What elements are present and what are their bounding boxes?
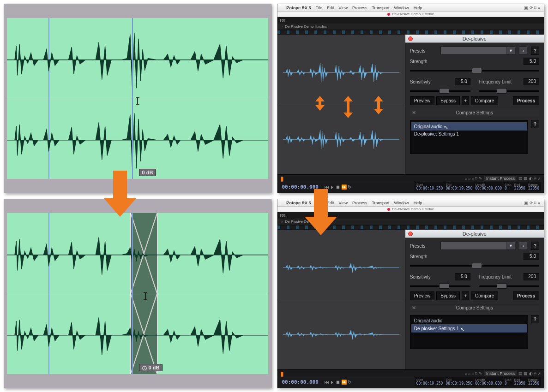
strength-value[interactable]: 5.0 bbox=[524, 253, 539, 260]
presets-dropdown[interactable]: ▼ bbox=[440, 47, 515, 55]
compare-list[interactable]: Original audio De-plosive: Settings 1 ↖ bbox=[410, 315, 528, 349]
compare-help-button[interactable]: ? bbox=[531, 315, 539, 323]
gain-value: 0 dB bbox=[142, 170, 153, 175]
freq-limit-label: Frequency Limit bbox=[479, 79, 512, 84]
compare-list[interactable]: Original audio ↖ De-plosive: Settings 1 bbox=[410, 120, 528, 154]
transport-buttons[interactable]: ⏮⏵⏹⏩↻ bbox=[324, 184, 352, 190]
mac-menubar[interactable]: iZotope RX 5 File Edit View Process Tran… bbox=[277, 199, 544, 207]
window-close-icon[interactable] bbox=[408, 232, 413, 236]
mouse-cursor-icon: ↖ bbox=[460, 326, 465, 333]
mac-menubar[interactable]: iZotope RX 5 File Edit View Process Tran… bbox=[277, 4, 544, 12]
plosive-marker-icon bbox=[315, 96, 325, 111]
chevron-down-icon[interactable]: ▼ bbox=[506, 47, 515, 54]
mac-app-name[interactable]: iZotope RX 5 bbox=[286, 201, 311, 205]
sensitivity-slider[interactable] bbox=[410, 283, 470, 289]
text-cursor-icon bbox=[135, 97, 140, 105]
freq-limit-slider[interactable] bbox=[479, 88, 539, 94]
menu-edit[interactable]: Edit bbox=[327, 201, 334, 205]
process-button[interactable]: Process bbox=[513, 96, 539, 105]
instant-process-button[interactable]: Instant Process bbox=[484, 176, 517, 181]
daw-before-clip[interactable]: 0 dB bbox=[7, 18, 268, 179]
presets-dropdown[interactable]: ▼ bbox=[440, 242, 515, 250]
chevron-down-icon[interactable]: ▼ bbox=[506, 242, 515, 249]
menu-transport[interactable]: Transport bbox=[372, 6, 389, 10]
rx-waveform-view[interactable] bbox=[277, 35, 405, 174]
menu-view[interactable]: View bbox=[339, 201, 348, 205]
add-setting-button[interactable]: + bbox=[462, 96, 469, 105]
process-button[interactable]: Process bbox=[513, 291, 539, 300]
gain-badge[interactable]: 0 dB bbox=[139, 169, 157, 176]
freq-limit-slider[interactable] bbox=[479, 283, 539, 289]
bypass-button[interactable]: Bypass bbox=[436, 291, 460, 300]
freq-limit-value[interactable]: 200 bbox=[524, 78, 539, 85]
menu-help[interactable]: Help bbox=[414, 6, 422, 10]
mac-status-icons: ▣ ⟳ ⌑ ≡ bbox=[524, 6, 540, 10]
menu-view[interactable]: View bbox=[339, 6, 348, 10]
compare-close-icon[interactable]: ✕ bbox=[412, 305, 416, 311]
strength-slider[interactable] bbox=[410, 68, 539, 73]
marker-icon[interactable]: ▮ bbox=[280, 370, 284, 377]
help-button[interactable]: ? bbox=[531, 242, 539, 250]
daw-after-panel: ⨀ 0 dB bbox=[4, 199, 271, 388]
compare-close-icon[interactable]: ✕ bbox=[412, 110, 416, 116]
sensitivity-value[interactable]: 5.0 bbox=[455, 273, 470, 280]
menu-help[interactable]: Help bbox=[414, 201, 422, 205]
daw-after-clip[interactable]: ⨀ 0 dB bbox=[7, 213, 268, 374]
rx-tool-row[interactable]: ▮ ⌕ ⌕ ▭ ⌑ ✎ Instant Process ▤ ▦ ◐ ⎘ ⤢ bbox=[277, 370, 544, 377]
compare-button[interactable]: Compare bbox=[471, 96, 498, 105]
rx-time-ruler[interactable] bbox=[277, 30, 544, 35]
preview-button[interactable]: Preview bbox=[410, 291, 435, 300]
zoom-tools-icon[interactable]: ⌕ ⌕ ▭ ⌑ ✎ bbox=[465, 371, 482, 376]
waveform-ch1 bbox=[7, 220, 268, 291]
rx-file-tab[interactable]: × De-Plosive Demo II.rxdoc bbox=[277, 219, 544, 225]
menu-file[interactable]: File bbox=[316, 201, 323, 205]
compare-item-settings1[interactable]: De-plosive: Settings 1 ↖ bbox=[411, 324, 527, 333]
module-titlebar[interactable]: De-plosive bbox=[405, 35, 544, 43]
strength-slider[interactable] bbox=[410, 263, 539, 268]
freq-limit-value[interactable]: 200 bbox=[524, 273, 539, 280]
tab-close-icon[interactable]: × bbox=[281, 220, 283, 224]
preset-prev-button[interactable]: ⋆ bbox=[519, 242, 527, 250]
compare-item-original[interactable]: Original audio ↖ bbox=[411, 122, 527, 131]
strength-value[interactable]: 5.0 bbox=[524, 58, 539, 65]
view-tools-icon[interactable]: ▤ ▦ ◐ ⎘ ⤢ bbox=[518, 176, 541, 181]
bypass-button[interactable]: Bypass bbox=[436, 96, 460, 105]
menu-window[interactable]: Window bbox=[394, 201, 409, 205]
rx-transport[interactable]: 00:00:00.000 ⏮⏵⏹⏩↻ Start00:00:19.250 End… bbox=[277, 182, 544, 191]
rx-file-tab[interactable]: × De-Plosive Demo II.rxdoc bbox=[277, 24, 544, 30]
preview-button[interactable]: Preview bbox=[410, 96, 435, 105]
gain-badge[interactable]: ⨀ 0 dB bbox=[139, 364, 163, 371]
rx-time-ruler[interactable] bbox=[277, 225, 544, 230]
compare-item-settings1[interactable]: De-plosive: Settings 1 bbox=[411, 131, 527, 137]
module-titlebar[interactable]: De-plosive bbox=[405, 230, 544, 238]
rx-transport[interactable]: 00:00:00.000 ⏮⏵⏹⏩↻ Start00:00:19.250 End… bbox=[277, 377, 544, 386]
preset-prev-button[interactable]: ⋆ bbox=[519, 47, 527, 55]
menu-process[interactable]: Process bbox=[352, 6, 367, 10]
rx-tool-row[interactable]: ▮ ⌕ ⌕ ▭ ⌑ ✎ Instant Process ▤ ▦ ◐ ⎘ ⤢ bbox=[277, 175, 544, 182]
zoom-tools-icon[interactable]: ⌕ ⌕ ▭ ⌑ ✎ bbox=[465, 176, 482, 181]
help-button[interactable]: ? bbox=[531, 47, 539, 55]
menu-file[interactable]: File bbox=[316, 6, 323, 10]
marker-icon[interactable]: ▮ bbox=[280, 175, 284, 182]
text-cursor-icon bbox=[143, 292, 148, 300]
menu-transport[interactable]: Transport bbox=[372, 201, 389, 205]
menu-edit[interactable]: Edit bbox=[327, 6, 334, 10]
waveform-ch2 bbox=[7, 105, 268, 176]
tab-close-icon[interactable]: × bbox=[281, 24, 283, 29]
rx-waveform-view[interactable] bbox=[277, 230, 405, 369]
menu-window[interactable]: Window bbox=[394, 6, 409, 10]
rx-before-panel: iZotope RX 5 File Edit View Process Tran… bbox=[277, 4, 545, 193]
compare-button[interactable]: Compare bbox=[471, 291, 498, 300]
menu-process[interactable]: Process bbox=[352, 201, 367, 205]
window-close-icon[interactable] bbox=[408, 36, 413, 41]
sensitivity-slider[interactable] bbox=[410, 88, 470, 94]
compare-title: Compare Settings bbox=[456, 305, 493, 310]
transport-buttons[interactable]: ⏮⏵⏹⏩↻ bbox=[324, 380, 352, 385]
compare-item-original[interactable]: Original audio bbox=[411, 317, 527, 324]
view-tools-icon[interactable]: ▤ ▦ ◐ ⎘ ⤢ bbox=[518, 371, 541, 376]
sensitivity-value[interactable]: 5.0 bbox=[455, 78, 470, 85]
compare-help-button[interactable]: ? bbox=[531, 120, 539, 128]
add-setting-button[interactable]: + bbox=[462, 291, 469, 300]
instant-process-button[interactable]: Instant Process bbox=[484, 371, 517, 376]
mac-app-name[interactable]: iZotope RX 5 bbox=[286, 6, 311, 10]
